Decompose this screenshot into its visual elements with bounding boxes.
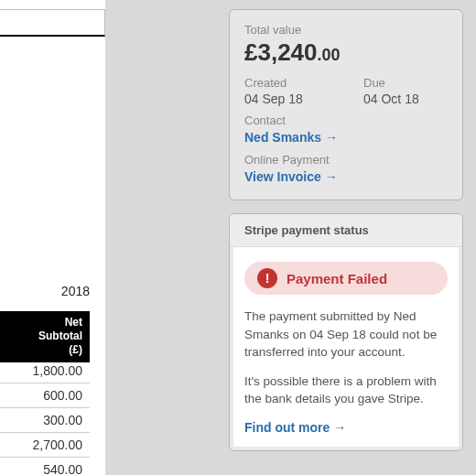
total-main: 3,240 xyxy=(257,38,317,66)
total-cents: .00 xyxy=(318,46,341,64)
alert-icon: ! xyxy=(257,268,277,288)
find-out-more-text: Find out more xyxy=(244,420,330,435)
sidebar: Total value £3,240.00 Created 04 Sep 18 … xyxy=(220,0,476,475)
payment-failed-pill: ! Payment Failed xyxy=(244,262,448,295)
table-row: 2,700.00 xyxy=(0,433,90,458)
created-value: 04 Sep 18 xyxy=(244,92,327,106)
total-label: Total value xyxy=(244,23,448,37)
arrow-icon: → xyxy=(325,130,338,145)
invoice-table-fragment: 2018 NetSubtotal(£) 1,800.00600.00300.00… xyxy=(0,0,220,475)
view-invoice-text: View Invoice xyxy=(244,169,321,184)
table-row: 300.00 xyxy=(0,408,90,433)
payment-failed-title: Payment Failed xyxy=(287,271,387,286)
total-currency: £ xyxy=(244,38,257,66)
stripe-message-1: The payment submitted by Ned Smanks on 0… xyxy=(244,308,448,362)
table-row: 540.00 xyxy=(0,458,90,475)
total-value: £3,240.00 xyxy=(244,38,448,67)
invoice-summary-card: Total value £3,240.00 Created 04 Sep 18 … xyxy=(229,9,463,200)
column-header-text: NetSubtotal(£) xyxy=(38,316,82,356)
stripe-message-2: It's possible there is a problem with th… xyxy=(244,372,448,408)
background-strip xyxy=(105,0,220,475)
stripe-status-card: Stripe payment status ! Payment Failed T… xyxy=(229,213,463,451)
table-body: 1,800.00600.00300.002,700.00540.00 xyxy=(0,359,90,475)
dates-row: Created 04 Sep 18 Due 04 Oct 18 xyxy=(244,76,448,106)
created-label: Created xyxy=(244,76,327,90)
contact-label: Contact xyxy=(244,113,448,127)
due-value: 04 Oct 18 xyxy=(363,92,446,106)
find-out-more-link[interactable]: Find out more → xyxy=(244,420,346,435)
invoice-date: 2018 xyxy=(0,284,90,298)
table-row: 1,800.00 xyxy=(0,359,90,383)
stripe-card-header: Stripe payment status xyxy=(230,214,462,247)
arrow-icon: → xyxy=(333,420,346,435)
online-payment-label: Online Payment xyxy=(244,153,448,167)
due-label: Due xyxy=(363,76,446,90)
arrow-icon: → xyxy=(325,169,338,184)
table-top-border xyxy=(0,9,105,37)
contact-name: Ned Smanks xyxy=(244,130,321,145)
table-row: 600.00 xyxy=(0,383,90,408)
view-invoice-link[interactable]: View Invoice → xyxy=(244,169,338,184)
column-header-net-subtotal: NetSubtotal(£) xyxy=(0,311,90,362)
contact-link[interactable]: Ned Smanks → xyxy=(244,130,338,145)
